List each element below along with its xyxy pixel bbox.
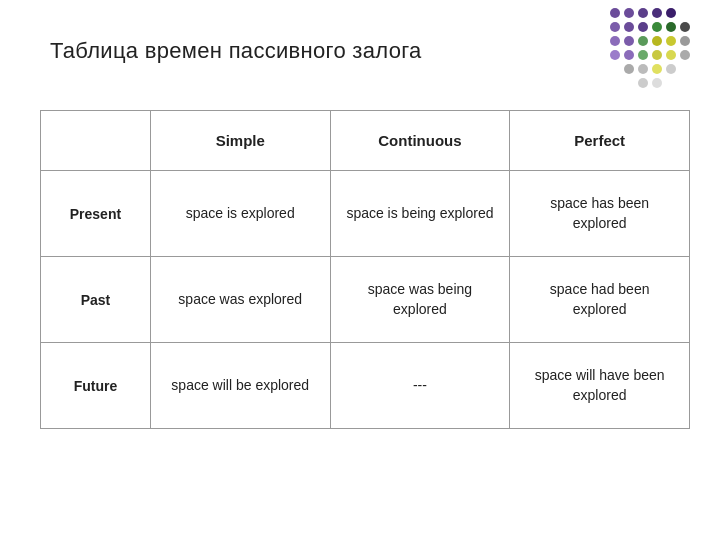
decorative-dot: [638, 22, 648, 32]
row-header-past: Past: [41, 257, 151, 343]
decorative-dot: [638, 36, 648, 46]
cell-future-continuous: ---: [330, 343, 510, 429]
decorative-dots: [610, 8, 700, 98]
cell-past-perfect: space had been explored: [510, 257, 690, 343]
decorative-dot: [652, 22, 662, 32]
cell-present-simple: space is explored: [150, 171, 330, 257]
decorative-dot: [624, 64, 634, 74]
decorative-dot: [624, 22, 634, 32]
decorative-dot: [680, 50, 690, 60]
decorative-dot: [610, 36, 620, 46]
cell-past-continuous: space was being explored: [330, 257, 510, 343]
decorative-dot: [652, 8, 662, 18]
cell-past-simple: space was explored: [150, 257, 330, 343]
decorative-dot: [666, 50, 676, 60]
decorative-dot: [638, 78, 648, 88]
table-row: Pastspace was exploredspace was being ex…: [41, 257, 690, 343]
table-row: Futurespace will be explored---space wil…: [41, 343, 690, 429]
page-title: Таблица времен пассивного залога: [50, 38, 422, 64]
decorative-dot: [638, 64, 648, 74]
decorative-dot: [652, 36, 662, 46]
decorative-dot: [652, 78, 662, 88]
table-row: Presentspace is exploredspace is being e…: [41, 171, 690, 257]
cell-present-perfect: space has been explored: [510, 171, 690, 257]
decorative-dot: [652, 64, 662, 74]
header-empty: [41, 111, 151, 171]
decorative-dot: [666, 36, 676, 46]
decorative-dot: [638, 50, 648, 60]
decorative-dot: [610, 50, 620, 60]
decorative-dot: [624, 50, 634, 60]
decorative-dot: [666, 8, 676, 18]
decorative-dot: [666, 64, 676, 74]
decorative-dot: [652, 50, 662, 60]
decorative-dot: [610, 22, 620, 32]
decorative-dot: [680, 22, 690, 32]
decorative-dot: [610, 8, 620, 18]
cell-future-simple: space will be explored: [150, 343, 330, 429]
decorative-dot: [624, 36, 634, 46]
decorative-dot: [680, 36, 690, 46]
header-perfect: Perfect: [510, 111, 690, 171]
cell-future-perfect: space will have been explored: [510, 343, 690, 429]
header-continuous: Continuous: [330, 111, 510, 171]
decorative-dot: [666, 22, 676, 32]
decorative-dot: [638, 8, 648, 18]
header-simple: Simple: [150, 111, 330, 171]
cell-present-continuous: space is being explored: [330, 171, 510, 257]
row-header-future: Future: [41, 343, 151, 429]
passive-voice-table: Simple Continuous Perfect Presentspace i…: [40, 110, 690, 429]
decorative-dot: [624, 8, 634, 18]
row-header-present: Present: [41, 171, 151, 257]
